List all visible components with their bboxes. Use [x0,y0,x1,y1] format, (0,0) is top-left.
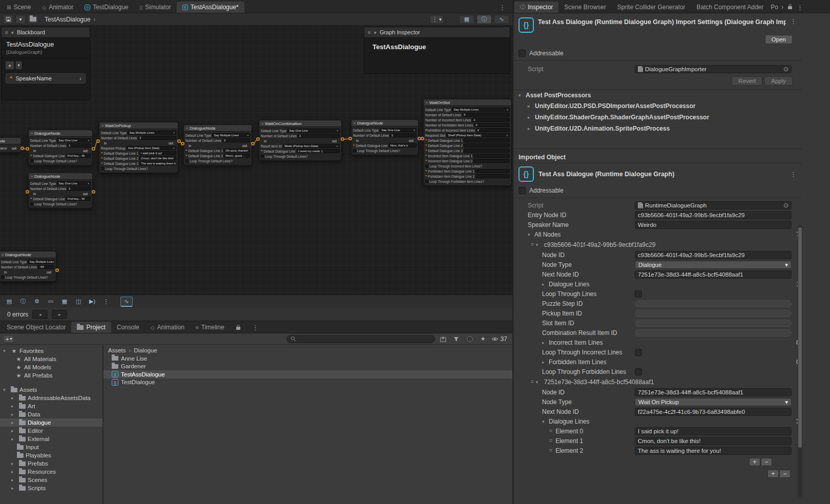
blackboard-panel[interactable]: ≡ ▾ Blackboard TestAssDialogue (Dialogue… [1,27,90,100]
tools-button[interactable]: ⚙ [31,297,43,307]
line-field[interactable]: I need my meds :( [297,149,340,153]
text-field[interactable] [635,310,792,317]
line-field[interactable]: Oh wow, thanks! [224,149,250,153]
line-type-dropdown[interactable]: Say One Line▾ [287,129,340,133]
wait-on-slot-node[interactable]: ≡WaitOnSlot Default Line TypeSay Multipl… [423,99,512,186]
output-port[interactable] [92,190,95,194]
dialogue-node[interactable]: ≡DialogueNode Default Line TypeSay Multi… [183,124,252,165]
create-asset-button[interactable]: +▾ [3,335,14,343]
line-field[interactable] [475,174,510,178]
line-type-dropdown[interactable]: Say One Line▾ [57,138,91,142]
foldout-arrow-icon[interactable]: ▾ [3,348,9,353]
loop-checkbox[interactable] [353,149,356,152]
asset-item-gardener[interactable]: Gardener [103,363,512,371]
console-list-button[interactable]: ▤ [3,297,15,307]
loop-checkbox[interactable] [30,159,33,162]
breadcrumb-current[interactable]: Dialogue [134,347,157,353]
hidden-count[interactable]: 37 [491,335,509,343]
line-field[interactable] [475,169,510,173]
drag-handle-icon[interactable]: = [549,438,552,444]
array-add-button[interactable]: + [749,458,760,466]
panel-menu-button[interactable]: ⋮ [246,322,264,333]
text-field[interactable]: 7251e73e-38d3-44ff-a8c5-bcf54088aaf1 [635,270,792,279]
apply-button[interactable]: Apply [764,76,793,86]
input-port[interactable] [181,142,184,145]
loop-checkbox[interactable] [425,180,428,183]
blackboard-property[interactable]: “ SpeakerName ‹ [6,73,86,83]
text-field[interactable] [635,300,792,307]
input-port[interactable] [26,147,29,151]
tree-item-input[interactable]: Input [0,443,102,451]
output-port[interactable] [92,147,95,151]
tab-overflow[interactable]: Po [769,2,780,13]
add-property-dropdown[interactable]: ▾ [15,61,22,70]
tree-item-playables[interactable]: Playables [0,451,102,459]
more-button[interactable]: ⋮ [100,297,112,307]
loop-incorrect-checkbox[interactable] [635,349,642,356]
element-text-field[interactable]: I said pick it up! [635,427,792,435]
asset-item-anne-lise[interactable]: Anne Lise [103,354,512,363]
line-field[interactable] [464,149,510,153]
foldout-arrow-icon[interactable]: ▸ [11,486,17,491]
inspector-lock-button[interactable] [787,4,793,11]
loop-checkbox[interactable] [425,164,428,167]
incorrect-lines-foldout[interactable]: ▸Incorrect Item Lines 0 [513,338,802,347]
object-field[interactable]: Ass (Pickup Item Data)⊙ [127,146,176,150]
loop-through-lines-checkbox[interactable] [635,290,642,298]
panel-button[interactable]: ▭ [45,297,57,307]
tree-item-all-prefabs[interactable]: ★All Prefabs [0,371,102,380]
foldout-arrow-icon[interactable]: ▸ [11,395,17,401]
dialogue-node[interactable]: ≡DialogueNode Default Line TypeSay One L… [28,173,93,208]
dialogue-lines-foldout[interactable]: ▾Dialogue Lines 3 [513,416,802,426]
lock-button[interactable] [230,322,246,333]
drag-handle-icon[interactable]: = [531,379,533,385]
tab-scene[interactable]: ⊞Scene [1,2,36,13]
add-property-button[interactable]: + [5,61,14,70]
tree-item-assets[interactable]: ▾Assets [0,386,102,394]
debug-view-button[interactable]: ∿ [120,297,133,307]
tab-overflow-menu[interactable]: ⋮ [493,2,511,13]
save-dropdown-button[interactable]: ▾ [15,15,26,24]
input-port[interactable] [96,139,100,143]
line-type-dropdown[interactable]: Say Multiple Lines▾ [128,131,176,135]
count-field[interactable]: 1 [67,143,91,148]
search-help-button[interactable]: i [465,334,475,344]
output-port[interactable] [341,137,344,141]
open-button[interactable]: Open [765,35,793,44]
tab-inspector[interactable]: ⓘInspector [514,2,558,13]
tree-item-favorites[interactable]: ▾★Favorites [0,347,102,355]
line-type-dropdown[interactable]: Say One Line▾ [57,181,91,185]
node-header[interactable]: ≡DialogueNode [29,130,92,137]
tab-animator[interactable]: ◇Animator [36,2,79,13]
node-entry-foldout[interactable]: = ▾ 7251e73e-38d3-44ff-a8c5-bcf54088aaf1 [513,376,802,387]
tab-scene-object-locator[interactable]: Scene Object Locator [1,322,71,333]
line-field[interactable]: Fnd boy... W [66,197,91,201]
project-search-input[interactable] [286,335,435,343]
output-port[interactable] [177,139,181,143]
node-header[interactable]: ≡DialogueNode [351,120,418,127]
foldout-arrow-icon[interactable]: ▾ [3,387,9,392]
tab-simulator[interactable]: ▯Simulator [134,2,177,13]
loop-forbidden-checkbox[interactable] [635,368,642,375]
wait-on-combination-node[interactable]: ≡WaitOnCombination Default Line TypeSay … [259,120,342,161]
revert-button[interactable]: Revert [732,76,762,86]
count-field[interactable]: 2 [222,138,250,142]
object-picker-icon[interactable]: ⊙ [783,202,789,209]
tab-testdialogue[interactable]: TestDialogue [79,2,134,13]
foldout-arrow-icon[interactable]: ▸ [11,436,17,442]
count-field[interactable]: 3 [462,113,510,117]
split-view-button[interactable]: ◫ [72,297,85,307]
element-text-field[interactable]: The ass is waiting there for you! [635,447,792,455]
favorite-search-button[interactable]: ★ [478,334,488,344]
foldout-arrow-icon[interactable]: ▸ [11,461,17,466]
count-field[interactable]: 2 [476,128,510,132]
drag-handle-icon[interactable]: = [531,242,533,247]
output-port[interactable] [251,142,255,145]
text-field[interactable]: c93b5606-401f-49a2-99b5-9ecbf1fa9c29 [635,251,792,259]
node-header[interactable]: ≡WaitOnCombination [259,120,341,127]
object-field[interactable]: Meds (Pickup Item Data)⊙ [283,144,340,148]
loop-checkbox[interactable] [261,155,264,158]
input-port[interactable] [26,190,29,194]
graph-canvas[interactable]: ≡StartNode SpeakerNameout ≡DialogueNode … [0,26,512,295]
line-type-dropdown[interactable]: Say Multiple Lines▾ [452,108,510,112]
